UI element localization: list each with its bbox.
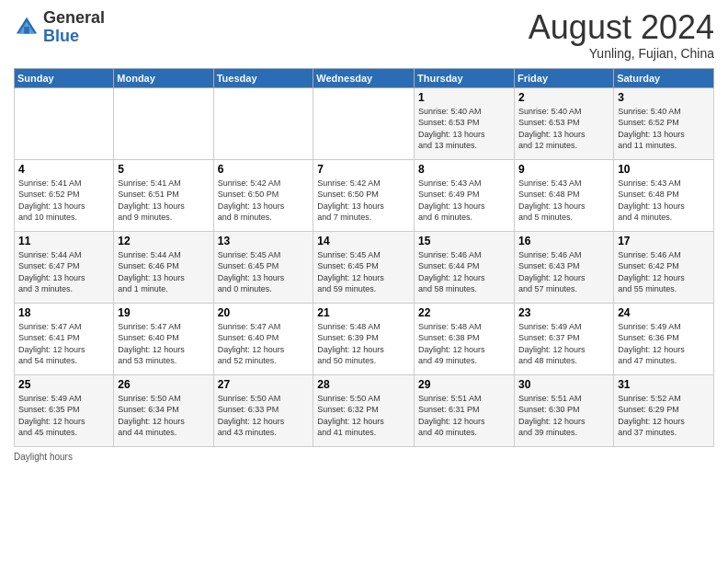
day-info: Sunrise: 5:49 AM Sunset: 6:35 PM Dayligh… [18,393,109,439]
day-number: 3 [618,91,710,104]
day-info: Sunrise: 5:40 AM Sunset: 6:52 PM Dayligh… [618,106,710,152]
logo-icon [14,15,40,40]
day-info: Sunrise: 5:47 AM Sunset: 6:40 PM Dayligh… [218,321,310,367]
calendar-day-cell: 1Sunrise: 5:40 AM Sunset: 6:53 PM Daylig… [415,87,515,159]
weekday-header: Friday [515,68,614,87]
calendar-day-cell: 14Sunrise: 5:45 AM Sunset: 6:45 PM Dayli… [313,231,415,303]
day-info: Sunrise: 5:40 AM Sunset: 6:53 PM Dayligh… [518,106,609,152]
calendar-day-cell: 11Sunrise: 5:44 AM Sunset: 6:47 PM Dayli… [15,231,114,303]
calendar-day-cell: 16Sunrise: 5:46 AM Sunset: 6:43 PM Dayli… [515,231,614,303]
day-number: 18 [18,306,109,319]
day-info: Sunrise: 5:50 AM Sunset: 6:33 PM Dayligh… [218,393,310,439]
header: General Blue August 2024 Yunling, Fujian… [14,9,714,61]
calendar-week-row: 18Sunrise: 5:47 AM Sunset: 6:41 PM Dayli… [15,303,714,374]
calendar-day-cell [213,87,313,159]
day-info: Sunrise: 5:47 AM Sunset: 6:40 PM Dayligh… [118,321,209,367]
calendar-day-cell: 18Sunrise: 5:47 AM Sunset: 6:41 PM Dayli… [15,303,114,374]
day-number: 12 [118,235,209,247]
calendar-day-cell: 17Sunrise: 5:46 AM Sunset: 6:42 PM Dayli… [614,231,714,303]
day-number: 5 [118,163,209,176]
calendar-day-cell: 7Sunrise: 5:42 AM Sunset: 6:50 PM Daylig… [313,159,415,231]
day-info: Sunrise: 5:46 AM Sunset: 6:42 PM Dayligh… [618,249,710,295]
day-number: 13 [218,235,310,247]
calendar-day-cell [313,87,415,159]
day-number: 16 [518,235,609,247]
day-number: 27 [218,378,310,391]
day-info: Sunrise: 5:49 AM Sunset: 6:36 PM Dayligh… [618,321,710,367]
day-info: Sunrise: 5:41 AM Sunset: 6:52 PM Dayligh… [18,178,109,224]
day-number: 8 [418,163,510,176]
calendar-week-row: 11Sunrise: 5:44 AM Sunset: 6:47 PM Dayli… [15,231,714,303]
day-number: 17 [618,235,710,247]
day-info: Sunrise: 5:42 AM Sunset: 6:50 PM Dayligh… [317,178,410,224]
calendar-day-cell: 24Sunrise: 5:49 AM Sunset: 6:36 PM Dayli… [614,303,714,374]
day-info: Sunrise: 5:51 AM Sunset: 6:31 PM Dayligh… [418,393,510,439]
weekday-header: Monday [114,68,213,87]
day-number: 25 [18,378,109,391]
calendar-day-cell: 13Sunrise: 5:45 AM Sunset: 6:45 PM Dayli… [213,231,313,303]
weekday-header: Thursday [415,68,515,87]
day-info: Sunrise: 5:43 AM Sunset: 6:48 PM Dayligh… [518,178,609,224]
day-number: 30 [518,378,609,391]
weekday-header: Wednesday [313,68,415,87]
day-number: 11 [18,235,109,247]
page: General Blue August 2024 Yunling, Fujian… [0,0,728,563]
calendar-day-cell: 20Sunrise: 5:47 AM Sunset: 6:40 PM Dayli… [213,303,313,374]
calendar-day-cell [15,87,114,159]
day-info: Sunrise: 5:52 AM Sunset: 6:29 PM Dayligh… [618,393,710,439]
calendar-week-row: 25Sunrise: 5:49 AM Sunset: 6:35 PM Dayli… [15,374,714,446]
day-info: Sunrise: 5:47 AM Sunset: 6:41 PM Dayligh… [18,321,109,367]
calendar-day-cell: 28Sunrise: 5:50 AM Sunset: 6:32 PM Dayli… [313,374,415,446]
day-number: 26 [118,378,209,391]
day-number: 4 [18,163,109,176]
day-number: 1 [418,91,510,104]
day-number: 15 [418,235,510,247]
calendar-day-cell: 5Sunrise: 5:41 AM Sunset: 6:51 PM Daylig… [114,159,213,231]
day-info: Sunrise: 5:43 AM Sunset: 6:48 PM Dayligh… [618,178,710,224]
day-info: Sunrise: 5:45 AM Sunset: 6:45 PM Dayligh… [218,249,310,295]
day-info: Sunrise: 5:44 AM Sunset: 6:47 PM Dayligh… [18,249,109,295]
calendar-day-cell: 9Sunrise: 5:43 AM Sunset: 6:48 PM Daylig… [515,159,614,231]
location-subtitle: Yunling, Fujian, China [529,46,714,61]
calendar-day-cell: 22Sunrise: 5:48 AM Sunset: 6:38 PM Dayli… [415,303,515,374]
calendar-day-cell: 10Sunrise: 5:43 AM Sunset: 6:48 PM Dayli… [614,159,714,231]
month-title: August 2024 [529,9,714,46]
calendar-day-cell: 15Sunrise: 5:46 AM Sunset: 6:44 PM Dayli… [415,231,515,303]
day-info: Sunrise: 5:46 AM Sunset: 6:44 PM Dayligh… [418,249,510,295]
day-info: Sunrise: 5:45 AM Sunset: 6:45 PM Dayligh… [317,249,410,295]
calendar-day-cell: 12Sunrise: 5:44 AM Sunset: 6:46 PM Dayli… [114,231,213,303]
day-info: Sunrise: 5:48 AM Sunset: 6:39 PM Dayligh… [317,321,410,367]
day-number: 20 [218,306,310,319]
weekday-header: Tuesday [213,68,313,87]
day-number: 22 [418,306,510,319]
calendar-day-cell: 3Sunrise: 5:40 AM Sunset: 6:52 PM Daylig… [614,87,714,159]
day-info: Sunrise: 5:42 AM Sunset: 6:50 PM Dayligh… [218,178,310,224]
calendar-day-cell: 19Sunrise: 5:47 AM Sunset: 6:40 PM Dayli… [114,303,213,374]
logo-general-text: General [43,8,105,27]
day-info: Sunrise: 5:43 AM Sunset: 6:49 PM Dayligh… [418,178,510,224]
logo: General Blue [14,9,105,46]
calendar-day-cell: 8Sunrise: 5:43 AM Sunset: 6:49 PM Daylig… [415,159,515,231]
day-number: 21 [317,306,410,319]
day-number: 28 [317,378,410,391]
weekday-header: Saturday [614,68,714,87]
svg-rect-2 [24,27,29,33]
calendar-day-cell: 27Sunrise: 5:50 AM Sunset: 6:33 PM Dayli… [213,374,313,446]
calendar-day-cell [114,87,213,159]
day-number: 10 [618,163,710,176]
day-number: 7 [317,163,410,176]
day-number: 19 [118,306,209,319]
day-info: Sunrise: 5:48 AM Sunset: 6:38 PM Dayligh… [418,321,510,367]
logo-blue-text: Blue [43,27,79,45]
day-info: Sunrise: 5:50 AM Sunset: 6:32 PM Dayligh… [317,393,410,439]
day-number: 29 [418,378,510,391]
calendar-day-cell: 23Sunrise: 5:49 AM Sunset: 6:37 PM Dayli… [515,303,614,374]
day-number: 6 [218,163,310,176]
day-info: Sunrise: 5:49 AM Sunset: 6:37 PM Dayligh… [518,321,609,367]
calendar-day-cell: 2Sunrise: 5:40 AM Sunset: 6:53 PM Daylig… [515,87,614,159]
day-info: Sunrise: 5:50 AM Sunset: 6:34 PM Dayligh… [118,393,209,439]
calendar-week-row: 1Sunrise: 5:40 AM Sunset: 6:53 PM Daylig… [15,87,714,159]
footer: Daylight hours [14,452,714,462]
title-block: August 2024 Yunling, Fujian, China [529,9,714,61]
day-info: Sunrise: 5:41 AM Sunset: 6:51 PM Dayligh… [118,178,209,224]
